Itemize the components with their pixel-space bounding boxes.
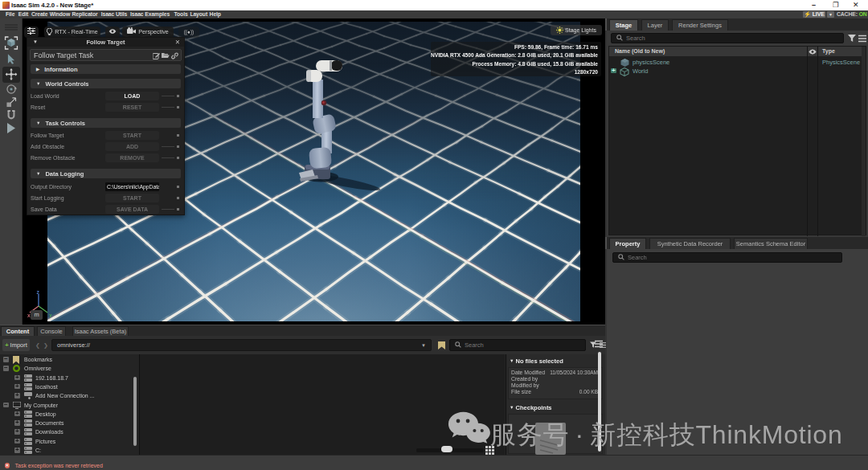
svg-text:Z: Z — [37, 290, 40, 295]
svg-text:Y: Y — [49, 313, 52, 317]
